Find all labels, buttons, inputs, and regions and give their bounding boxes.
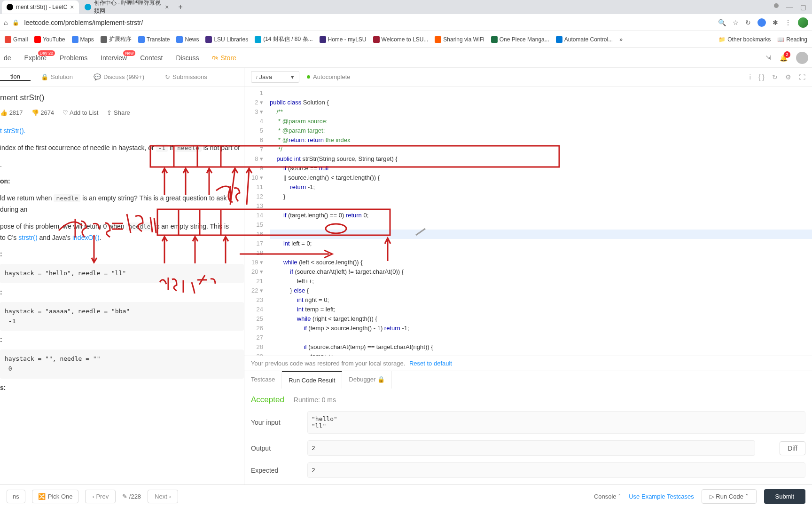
- settings-icon[interactable]: ⚙: [785, 73, 791, 81]
- tab-title: 创作中心 - 哔哩哔哩弹幕视频网: [94, 0, 163, 14]
- footer: ns 🔀 Pick One ‹ Prev ✎ /228 Next › Conso…: [0, 484, 812, 508]
- refresh-icon[interactable]: ↻: [745, 19, 751, 26]
- tab-submissions[interactable]: ↻ Submissions: [155, 73, 218, 80]
- result-body: Accepted Runtime: 0 ms Your input "hello…: [244, 389, 812, 484]
- star-icon[interactable]: ☆: [733, 19, 739, 26]
- status-accepted: Accepted: [251, 395, 284, 404]
- tab-discuss[interactable]: 💬 Discuss (999+): [83, 73, 155, 80]
- extensions-icon[interactable]: ✱: [773, 19, 778, 26]
- pickone-button[interactable]: 🔀 Pick One: [32, 490, 79, 503]
- ns-button[interactable]: ns: [7, 490, 25, 503]
- bookmarks-bar: GmailYouTubeMaps扩展程序TranslateNewsLSU Lib…: [0, 31, 812, 48]
- code-editor[interactable]: 12 ▾3 ▾45678 ▾910 ▾111213141516171819 ▾2…: [244, 87, 812, 356]
- bookmark-item[interactable]: 扩展程序: [101, 35, 132, 43]
- reading-list[interactable]: 📖Reading: [777, 36, 807, 43]
- runcode-result-tab[interactable]: Run Code Result: [282, 371, 342, 389]
- your-input-label: Your input: [251, 419, 289, 426]
- output-value: 2: [307, 440, 755, 456]
- nav-interview[interactable]: InterviewNew: [101, 54, 127, 62]
- language-select[interactable]: i Java▾: [251, 71, 299, 83]
- menu-icon[interactable]: ⋮: [785, 19, 791, 26]
- nav-store[interactable]: 🛍 Store: [212, 54, 236, 62]
- tab-solution[interactable]: 🔒 Solution: [31, 73, 83, 80]
- tab-description[interactable]: tion: [0, 73, 31, 81]
- minimize-icon[interactable]: —: [786, 3, 793, 11]
- close-icon[interactable]: ×: [165, 3, 169, 11]
- dislikes[interactable]: 👎 2674: [31, 109, 55, 116]
- url-bar: ⌂ 🔒 leetcode.com/problems/implement-strs…: [0, 14, 812, 31]
- new-tab-button[interactable]: +: [175, 3, 187, 11]
- editor-pane: i Java▾ Autocomplete i { } ↻ ⚙ ⛶ 12 ▾3 ▾…: [244, 68, 812, 484]
- leetcode-favicon: [7, 4, 13, 10]
- your-input-value: "hello" "ll": [307, 411, 805, 434]
- add-to-list[interactable]: ♡ Add to List: [62, 109, 98, 116]
- prev-button[interactable]: ‹ Prev: [85, 490, 116, 503]
- playground-icon[interactable]: ⇲: [765, 54, 771, 62]
- bookmark-item[interactable]: Welcome to LSU...: [373, 35, 429, 43]
- bookmark-item[interactable]: News: [176, 35, 199, 43]
- problem-description: t strStr(). index of the first occurrenc…: [0, 126, 244, 394]
- bookmark-item[interactable]: Home - myLSU: [320, 35, 367, 43]
- close-icon[interactable]: ×: [70, 3, 74, 11]
- tab-title: ment strStr() - LeetC: [16, 4, 67, 10]
- info-icon[interactable]: i: [750, 73, 751, 81]
- bookmark-item[interactable]: Automate Control...: [556, 35, 613, 43]
- autocomplete-indicator: Autocomplete: [307, 73, 351, 80]
- browser-tab-active[interactable]: ment strStr() - LeetC ×: [2, 0, 79, 14]
- debugger-tab[interactable]: Debugger 🔒: [342, 371, 392, 389]
- problem-pane: tion 🔒 Solution 💬 Discuss (999+) ↻ Submi…: [0, 68, 244, 484]
- other-bookmarks[interactable]: 📁Other bookmarks: [718, 36, 771, 43]
- use-example-testcases[interactable]: Use Example Testcases: [629, 493, 694, 500]
- diff-button[interactable]: Diff: [780, 441, 805, 455]
- expected-label: Expected: [251, 467, 289, 474]
- reset-to-default[interactable]: Reset to default: [409, 360, 452, 367]
- reset-icon[interactable]: ↻: [772, 73, 778, 81]
- runcode-button[interactable]: ▷ Run Code ˄: [702, 489, 757, 504]
- problem-count: ✎ /228: [122, 493, 141, 500]
- lock-icon: 🔒: [377, 376, 385, 383]
- bookmark-item[interactable]: One Piece Manga...: [491, 35, 549, 43]
- window-controls: — ▢: [774, 3, 810, 11]
- profile-avatar[interactable]: [798, 17, 808, 28]
- logo[interactable]: de: [4, 54, 11, 62]
- console-toggle[interactable]: Console ˄: [594, 493, 621, 500]
- leetcode-nav: de ExploreDay 22 Problems InterviewNew C…: [0, 48, 812, 68]
- bookmark-item[interactable]: Translate: [138, 35, 170, 43]
- browser-tab-strip: ment strStr() - LeetC × 创作中心 - 哔哩哔哩弹幕视频网…: [0, 0, 812, 14]
- submit-button[interactable]: Submit: [764, 489, 805, 504]
- testcase-tab[interactable]: Testcase: [244, 371, 282, 389]
- nav-contest[interactable]: Contest: [140, 54, 163, 62]
- home-icon[interactable]: ⌂: [4, 19, 8, 26]
- bookmark-item[interactable]: Sharing via WiFi: [435, 35, 484, 43]
- url-text[interactable]: leetcode.com/problems/implement-strstr/: [24, 19, 713, 26]
- status-dot-icon: [307, 75, 310, 79]
- bookmark-item[interactable]: Maps: [72, 35, 94, 43]
- bookmark-item[interactable]: LSU Libraries: [205, 35, 248, 43]
- next-button[interactable]: Next ›: [148, 490, 178, 503]
- likes[interactable]: 👍 2817: [0, 109, 23, 116]
- notifications-icon[interactable]: 🔔2: [780, 54, 788, 62]
- runtime: Runtime: 0 ms: [294, 396, 336, 404]
- bilibili-favicon: [85, 4, 91, 10]
- bookmark-item[interactable]: (14 封私信 / 80 条...: [255, 35, 312, 43]
- user-avatar[interactable]: [796, 52, 808, 64]
- lock-icon[interactable]: 🔒: [12, 19, 19, 26]
- nav-explore[interactable]: ExploreDay 22: [24, 54, 47, 62]
- nav-problems[interactable]: Problems: [60, 54, 87, 62]
- browser-tab[interactable]: 创作中心 - 哔哩哔哩弹幕视频网 ×: [80, 0, 174, 14]
- nav-discuss[interactable]: Discuss: [176, 54, 199, 62]
- bookmark-item[interactable]: Gmail: [5, 35, 28, 43]
- bookmark-item[interactable]: YouTube: [34, 35, 65, 43]
- record-icon[interactable]: [774, 3, 779, 8]
- problem-title: ment strStr(): [0, 93, 244, 103]
- braces-icon[interactable]: { }: [758, 73, 765, 81]
- more-bookmarks[interactable]: »: [619, 36, 623, 43]
- result-tabs: Testcase Run Code Result Debugger 🔒: [244, 371, 812, 389]
- fullscreen-icon[interactable]: ⛶: [799, 73, 805, 81]
- zoom-icon[interactable]: 🔍: [718, 19, 726, 26]
- google-icon[interactable]: [757, 18, 766, 27]
- output-label: Output: [251, 444, 289, 452]
- share[interactable]: ⇪ Share: [107, 109, 130, 116]
- chevron-down-icon: ▾: [291, 73, 294, 80]
- maximize-icon[interactable]: ▢: [800, 3, 806, 11]
